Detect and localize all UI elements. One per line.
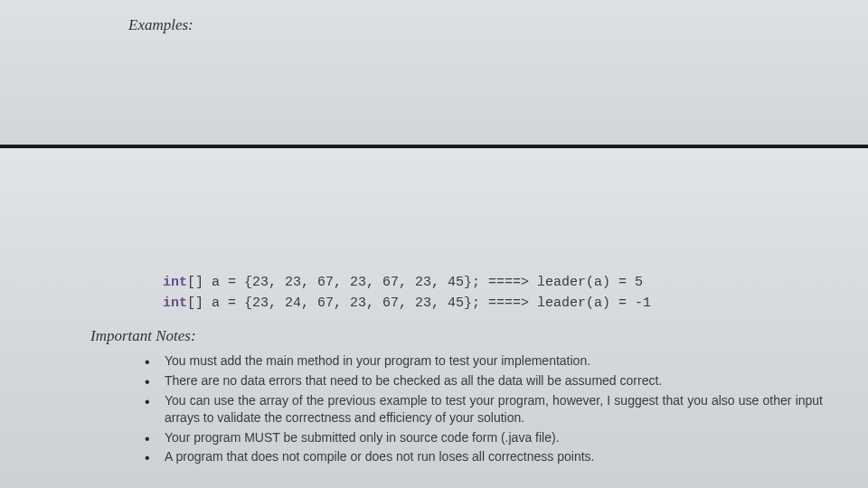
code-keyword-2: int	[163, 296, 187, 311]
code-line-1: int[] a = {23, 23, 67, 23, 67, 23, 45}; …	[163, 275, 832, 290]
code-rest-2: [] a = {23, 24, 67, 23, 67, 23, 45}; ===…	[187, 296, 651, 311]
list-item: A program that does not compile or does …	[145, 448, 823, 465]
examples-heading: Examples:	[128, 16, 868, 34]
notes-list: You must add the main method in your pro…	[145, 352, 823, 465]
list-item: Your program MUST be submitted only in s…	[145, 429, 823, 446]
bottom-section: int[] a = {23, 23, 67, 23, 67, 23, 45}; …	[0, 148, 868, 488]
important-notes-heading: Important Notes:	[90, 327, 832, 345]
list-item: You must add the main method in your pro…	[145, 352, 823, 370]
code-rest-1: [] a = {23, 23, 67, 23, 67, 23, 45}; ===…	[187, 275, 643, 290]
code-line-2: int[] a = {23, 24, 67, 23, 67, 23, 45}; …	[163, 296, 832, 311]
top-section: Examples:	[0, 0, 868, 145]
list-item: You can use the array of the previous ex…	[145, 392, 823, 427]
code-keyword-1: int	[163, 275, 187, 290]
list-item: There are no data errors that need to be…	[145, 372, 823, 389]
